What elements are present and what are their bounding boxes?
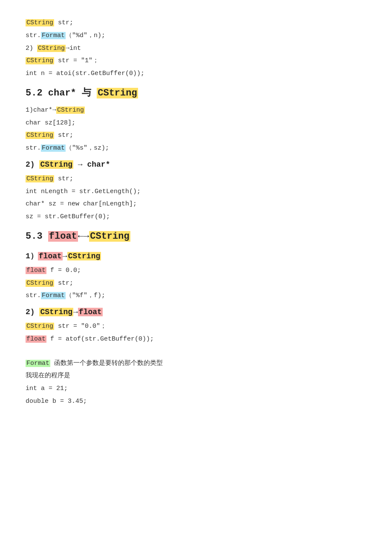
float-hl-1: float	[38, 252, 63, 260]
cstring-highlight-7: CString	[26, 175, 54, 182]
float-hl-3: float	[78, 308, 103, 316]
line-5: int n = atoi(str.GetBuffer(0));	[26, 68, 366, 80]
line-21: int a = 21;	[26, 383, 366, 395]
cstring-highlight-1: CString	[26, 19, 54, 26]
float-hl-4: float	[26, 335, 46, 343]
line-13: sz = str.GetBuffer(0);	[26, 211, 366, 223]
line-6: 1)char*→CString	[26, 104, 366, 116]
line-17: CString str = "0.0"；	[26, 321, 366, 332]
line-16: str.Format（"%f"，f);	[26, 290, 366, 302]
cstring-highlight-2: CString	[37, 45, 66, 52]
line-15: CString str;	[26, 278, 366, 289]
line-7: char sz[128];	[26, 117, 366, 129]
cstring-highlight-3: CString	[26, 57, 54, 64]
cstring-hl-sub1: CString	[67, 252, 101, 260]
cstring-hl-9: CString	[39, 308, 73, 316]
cstring-hl-8: CString	[26, 280, 54, 287]
line-19: Format 函数第一个参数是要转的那个数的类型	[26, 358, 366, 370]
cstring-highlight-5: CString	[26, 132, 54, 139]
line-18: float f = atof(str.GetBuffer(0));	[26, 333, 366, 345]
line-9: str.Format（"%s"，sz);	[26, 142, 366, 154]
cstring-highlight-6: CString	[39, 160, 73, 169]
cstring-hl-10: CString	[26, 323, 54, 330]
format-hl-note: Format	[26, 360, 50, 367]
line-1: CString str;	[26, 17, 366, 29]
content-area: CString str; str.Format（"%d"，n); 2) CStr…	[26, 17, 366, 408]
cstring-section-hl: CString	[97, 88, 138, 98]
line-2: str.Format（"%d"，n);	[26, 30, 366, 42]
sub-2-cstring-char: 2) CString → char*	[26, 157, 366, 172]
format-highlight-2: Format	[41, 145, 66, 152]
line-3: 2) CString→int	[26, 43, 366, 55]
sub-1-float-cstring: 1）float→CString	[26, 249, 366, 264]
line-20: 我现在的程序是	[26, 370, 366, 382]
line-4: CString str = "1"；	[26, 55, 366, 67]
line-12: char* sz = new char[nLength];	[26, 198, 366, 210]
section-5-3: 5.3 float←→CString	[26, 227, 366, 246]
cstring-section-hl-2: CString	[89, 231, 130, 242]
line-8: CString str;	[26, 130, 366, 142]
format-highlight-1: Format	[41, 32, 66, 39]
sub-2-cstring-float: 2) CString→float	[26, 304, 366, 320]
float-section-hl: float	[48, 231, 78, 242]
line-22: double b = 3.45;	[26, 396, 366, 408]
section-5-2: 5.2 char* 与 CString	[26, 84, 366, 103]
line-11: int nLength = str.GetLength();	[26, 186, 366, 198]
cstring-highlight-4: CString	[56, 107, 85, 114]
line-14: float f = 0.0;	[26, 265, 366, 277]
format-highlight-3: Format	[41, 292, 66, 299]
line-10: CString str;	[26, 173, 366, 185]
float-hl-2: float	[26, 267, 46, 274]
